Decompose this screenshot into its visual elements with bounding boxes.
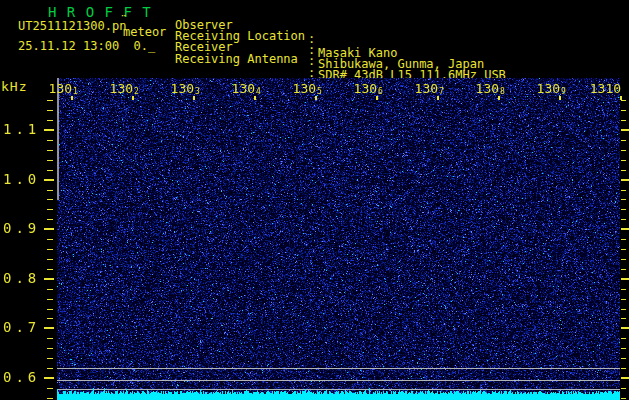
y-axis-minor-tick-right	[621, 160, 626, 161]
y-axis-label: 1.0	[3, 171, 40, 187]
x-axis-label: 1305	[293, 81, 322, 96]
y-axis-major-tick	[44, 377, 54, 379]
x-axis-tick	[437, 96, 439, 100]
y-axis-minor-tick	[47, 190, 53, 191]
x-axis-label-main: 130	[49, 81, 72, 96]
x-axis-label: 1306	[354, 81, 383, 96]
y-axis-minor-tick	[47, 358, 53, 359]
y-axis-major-tick	[44, 278, 54, 280]
y-axis-label: 0.7	[3, 319, 40, 335]
y-axis-minor-tick	[47, 239, 53, 240]
y-axis-minor-tick	[47, 170, 53, 171]
y-axis-minor-tick-right	[621, 309, 626, 310]
y-axis-minor-tick	[47, 299, 53, 300]
filename-label: UT2511121300.pn	[18, 20, 126, 33]
y-axis-minor-tick	[47, 348, 53, 349]
spectrogram-canvas	[57, 78, 620, 400]
y-axis-minor-tick-right	[621, 190, 626, 191]
y-axis-minor-tick	[47, 199, 53, 200]
filename-note: meteor	[123, 26, 166, 39]
y-axis-minor-tick-right	[621, 388, 626, 389]
x-axis-tick	[498, 96, 500, 100]
x-axis-tick	[254, 96, 256, 100]
y-axis-minor-tick	[47, 388, 53, 389]
y-axis-minor-tick-right	[621, 249, 626, 250]
y-axis-minor-tick-right	[621, 219, 626, 220]
y-axis-unit-label: kHz	[1, 80, 27, 94]
y-axis-major-tick	[44, 228, 54, 230]
x-axis-label-minute-digit: 8	[500, 87, 505, 96]
y-axis-minor-tick	[47, 140, 53, 141]
y-axis-minor-tick	[47, 209, 53, 210]
y-axis-major-tick-right	[621, 179, 629, 181]
x-axis-tick	[132, 96, 134, 100]
y-axis-major-tick-right	[621, 327, 629, 329]
x-axis-label-minute-digit: 5	[317, 87, 322, 96]
date-line: 25.11.12 13:00 0._	[18, 40, 155, 53]
y-axis-minor-tick	[47, 160, 53, 161]
x-axis-label-main: 130	[537, 81, 560, 96]
x-axis-label-main: 1310	[590, 81, 621, 96]
y-axis-minor-tick-right	[621, 120, 626, 121]
x-axis-label-minute-digit: 2	[134, 87, 139, 96]
y-axis-minor-tick-right	[621, 299, 626, 300]
y-axis-minor-tick-right	[621, 209, 626, 210]
y-axis-minor-tick	[47, 368, 53, 369]
y-axis-minor-tick-right	[621, 100, 626, 101]
x-axis-label: 1310	[590, 81, 621, 96]
x-axis-label-minute-digit: 4	[256, 87, 261, 96]
y-axis-major-tick-right	[621, 228, 629, 230]
y-axis-minor-tick	[47, 150, 53, 151]
x-axis-label-main: 130	[354, 81, 377, 96]
y-axis-minor-tick-right	[621, 289, 626, 290]
x-axis-label-main: 130	[232, 81, 255, 96]
y-axis-minor-tick-right	[621, 269, 626, 270]
y-axis-minor-tick-right	[621, 150, 626, 151]
y-axis-major-tick	[44, 327, 54, 329]
y-axis-minor-tick-right	[621, 259, 626, 260]
x-axis-label: 1308	[476, 81, 505, 96]
y-axis-minor-tick	[47, 259, 53, 260]
info-label: Receiving Antenna	[175, 52, 298, 66]
x-axis-tick	[620, 96, 622, 100]
y-axis-minor-tick-right	[621, 170, 626, 171]
x-axis-label-minute-digit: 6	[378, 87, 383, 96]
y-axis-label: 0.6	[3, 369, 40, 385]
y-axis-minor-tick	[47, 100, 53, 101]
x-axis-label-main: 130	[476, 81, 499, 96]
y-axis-label: 0.8	[3, 270, 40, 286]
x-axis-label: 1301	[49, 81, 78, 96]
x-axis-label-minute-digit: 7	[439, 87, 444, 96]
y-axis-minor-tick	[47, 249, 53, 250]
x-axis-label-main: 130	[415, 81, 438, 96]
x-axis-label: 1302	[110, 81, 139, 96]
y-axis-minor-tick	[47, 398, 53, 399]
hrofft-screen: H R O F F T UT2511121300.pn ¨ meteor 25.…	[0, 0, 629, 400]
y-axis-minor-tick-right	[621, 199, 626, 200]
y-axis-minor-tick	[47, 318, 53, 319]
y-axis-minor-tick	[47, 219, 53, 220]
y-axis-minor-tick	[47, 309, 53, 310]
x-axis-label-minute-digit: 3	[195, 87, 200, 96]
y-axis-minor-tick-right	[621, 338, 626, 339]
x-axis-label-minute-digit: 1	[73, 87, 78, 96]
y-axis-minor-tick-right	[621, 368, 626, 369]
y-axis-minor-tick-right	[621, 398, 626, 399]
y-axis-major-tick-right	[621, 377, 629, 379]
x-axis-tick	[71, 96, 73, 100]
x-axis-tick	[193, 96, 195, 100]
y-axis-minor-tick-right	[621, 348, 626, 349]
x-axis-label-main: 130	[293, 81, 316, 96]
x-axis-label: 1307	[415, 81, 444, 96]
y-axis-label: 1.1	[3, 121, 40, 137]
x-axis-tick	[315, 96, 317, 100]
x-axis-label-main: 130	[110, 81, 133, 96]
y-axis-minor-tick-right	[621, 140, 626, 141]
y-axis-minor-tick	[47, 289, 53, 290]
x-axis-tick	[559, 96, 561, 100]
x-axis-label: 1303	[171, 81, 200, 96]
y-axis-minor-tick	[47, 338, 53, 339]
y-axis-label: 0.9	[3, 220, 40, 236]
x-axis-label-main: 130	[171, 81, 194, 96]
x-axis-label: 1304	[232, 81, 261, 96]
